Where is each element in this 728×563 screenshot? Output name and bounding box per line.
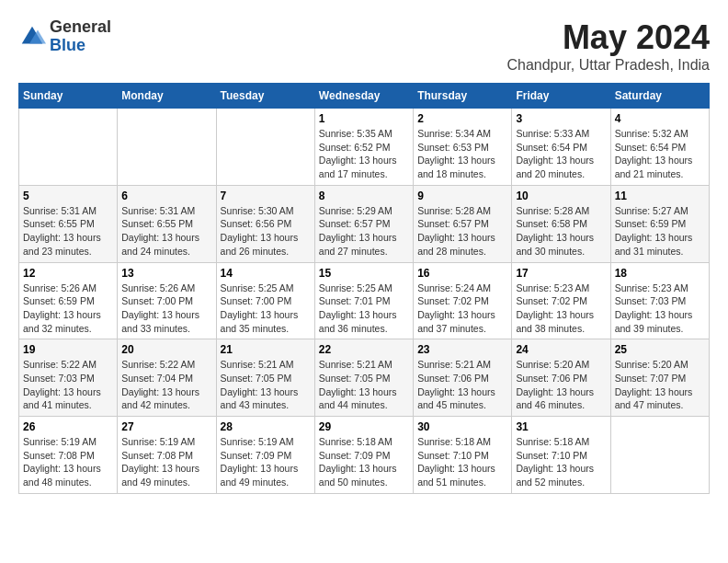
day-header-monday: Monday — [118, 84, 216, 109]
day-info: Sunrise: 5:18 AMSunset: 7:10 PMDaylight:… — [516, 435, 606, 489]
day-info: Sunrise: 5:20 AMSunset: 7:07 PMDaylight:… — [615, 358, 705, 412]
page-header: General Blue May 2024 Chandpur, Uttar Pr… — [18, 18, 710, 74]
logo-icon — [18, 23, 46, 51]
calendar-cell: 3Sunrise: 5:33 AMSunset: 6:54 PMDaylight… — [512, 109, 610, 186]
day-info: Sunrise: 5:19 AMSunset: 7:08 PMDaylight:… — [23, 435, 113, 489]
day-header-tuesday: Tuesday — [216, 84, 314, 109]
calendar-cell: 13Sunrise: 5:26 AMSunset: 7:00 PMDayligh… — [118, 262, 216, 339]
calendar-cell: 9Sunrise: 5:28 AMSunset: 6:57 PMDaylight… — [414, 185, 512, 262]
location-subtitle: Chandpur, Uttar Pradesh, India — [506, 57, 710, 74]
day-number: 14 — [221, 267, 311, 280]
day-info: Sunrise: 5:25 AMSunset: 7:01 PMDaylight:… — [319, 282, 409, 336]
calendar-cell: 16Sunrise: 5:24 AMSunset: 7:02 PMDayligh… — [414, 262, 512, 339]
calendar-cell: 21Sunrise: 5:21 AMSunset: 7:05 PMDayligh… — [216, 339, 314, 417]
day-info: Sunrise: 5:29 AMSunset: 6:57 PMDaylight:… — [319, 204, 409, 259]
calendar-header-row: SundayMondayTuesdayWednesdayThursdayFrid… — [19, 84, 710, 109]
day-number: 13 — [121, 267, 211, 280]
day-number: 3 — [516, 112, 606, 125]
logo-blue-text: Blue — [50, 37, 111, 55]
calendar-week-2: 5Sunrise: 5:31 AMSunset: 6:55 PMDaylight… — [19, 185, 710, 262]
day-number: 9 — [417, 190, 507, 202]
day-number: 12 — [23, 267, 113, 280]
calendar-cell: 30Sunrise: 5:18 AMSunset: 7:10 PMDayligh… — [414, 417, 512, 494]
day-info: Sunrise: 5:28 AMSunset: 6:58 PMDaylight:… — [516, 204, 606, 259]
day-number: 31 — [516, 420, 606, 433]
day-number: 27 — [121, 420, 211, 433]
calendar-cell: 25Sunrise: 5:20 AMSunset: 7:07 PMDayligh… — [610, 339, 709, 417]
day-number: 8 — [319, 190, 409, 202]
calendar-cell: 22Sunrise: 5:21 AMSunset: 7:05 PMDayligh… — [314, 339, 413, 417]
calendar-week-3: 12Sunrise: 5:26 AMSunset: 6:59 PMDayligh… — [19, 262, 710, 339]
calendar-cell: 26Sunrise: 5:19 AMSunset: 7:08 PMDayligh… — [19, 417, 118, 494]
day-info: Sunrise: 5:22 AMSunset: 7:03 PMDaylight:… — [23, 358, 113, 412]
day-info: Sunrise: 5:35 AMSunset: 6:52 PMDaylight:… — [319, 127, 409, 181]
day-info: Sunrise: 5:27 AMSunset: 6:59 PMDaylight:… — [615, 204, 705, 259]
calendar-cell: 1Sunrise: 5:35 AMSunset: 6:52 PMDaylight… — [314, 109, 413, 186]
calendar-cell: 11Sunrise: 5:27 AMSunset: 6:59 PMDayligh… — [610, 185, 709, 262]
day-info: Sunrise: 5:19 AMSunset: 7:08 PMDaylight:… — [121, 435, 211, 489]
day-info: Sunrise: 5:32 AMSunset: 6:54 PMDaylight:… — [615, 127, 705, 181]
day-header-friday: Friday — [512, 84, 610, 109]
day-number: 29 — [319, 420, 409, 433]
day-number: 2 — [417, 112, 507, 125]
calendar-cell: 20Sunrise: 5:22 AMSunset: 7:04 PMDayligh… — [118, 339, 216, 417]
calendar-cell: 29Sunrise: 5:18 AMSunset: 7:09 PMDayligh… — [314, 417, 413, 494]
day-number: 10 — [516, 190, 606, 202]
day-number: 28 — [221, 420, 311, 433]
day-number: 23 — [417, 343, 507, 356]
calendar-cell: 6Sunrise: 5:31 AMSunset: 6:55 PMDaylight… — [118, 185, 216, 262]
calendar-cell: 15Sunrise: 5:25 AMSunset: 7:01 PMDayligh… — [314, 262, 413, 339]
day-info: Sunrise: 5:23 AMSunset: 7:02 PMDaylight:… — [516, 282, 606, 336]
calendar-cell: 17Sunrise: 5:23 AMSunset: 7:02 PMDayligh… — [512, 262, 610, 339]
calendar-cell: 14Sunrise: 5:25 AMSunset: 7:00 PMDayligh… — [216, 262, 314, 339]
calendar-cell: 12Sunrise: 5:26 AMSunset: 6:59 PMDayligh… — [19, 262, 118, 339]
day-info: Sunrise: 5:21 AMSunset: 7:06 PMDaylight:… — [417, 358, 507, 412]
day-number: 15 — [319, 267, 409, 280]
calendar-table: SundayMondayTuesdayWednesdayThursdayFrid… — [18, 83, 710, 494]
day-info: Sunrise: 5:22 AMSunset: 7:04 PMDaylight:… — [121, 358, 211, 412]
day-number: 4 — [615, 112, 705, 125]
day-info: Sunrise: 5:26 AMSunset: 6:59 PMDaylight:… — [23, 282, 113, 336]
day-info: Sunrise: 5:34 AMSunset: 6:53 PMDaylight:… — [417, 127, 507, 181]
calendar-cell: 2Sunrise: 5:34 AMSunset: 6:53 PMDaylight… — [414, 109, 512, 186]
calendar-cell — [216, 109, 314, 186]
day-info: Sunrise: 5:31 AMSunset: 6:55 PMDaylight:… — [23, 204, 113, 259]
day-number: 17 — [516, 267, 606, 280]
day-info: Sunrise: 5:18 AMSunset: 7:10 PMDaylight:… — [417, 435, 507, 489]
calendar-cell: 19Sunrise: 5:22 AMSunset: 7:03 PMDayligh… — [19, 339, 118, 417]
day-header-sunday: Sunday — [19, 84, 118, 109]
calendar-cell: 18Sunrise: 5:23 AMSunset: 7:03 PMDayligh… — [610, 262, 709, 339]
calendar-cell: 24Sunrise: 5:20 AMSunset: 7:06 PMDayligh… — [512, 339, 610, 417]
month-title: May 2024 — [506, 18, 710, 57]
day-number: 24 — [516, 343, 606, 356]
day-info: Sunrise: 5:25 AMSunset: 7:00 PMDaylight:… — [221, 282, 311, 336]
day-header-wednesday: Wednesday — [314, 84, 413, 109]
day-info: Sunrise: 5:19 AMSunset: 7:09 PMDaylight:… — [221, 435, 311, 489]
calendar-week-1: 1Sunrise: 5:35 AMSunset: 6:52 PMDaylight… — [19, 109, 710, 186]
day-number: 20 — [121, 343, 211, 356]
calendar-cell: 7Sunrise: 5:30 AMSunset: 6:56 PMDaylight… — [216, 185, 314, 262]
day-header-thursday: Thursday — [414, 84, 512, 109]
day-header-saturday: Saturday — [610, 84, 709, 109]
title-block: May 2024 Chandpur, Uttar Pradesh, India — [506, 18, 710, 74]
day-number: 26 — [23, 420, 113, 433]
calendar-cell: 23Sunrise: 5:21 AMSunset: 7:06 PMDayligh… — [414, 339, 512, 417]
day-info: Sunrise: 5:20 AMSunset: 7:06 PMDaylight:… — [516, 358, 606, 412]
day-number: 7 — [221, 190, 311, 202]
day-number: 30 — [417, 420, 507, 433]
day-info: Sunrise: 5:26 AMSunset: 7:00 PMDaylight:… — [121, 282, 211, 336]
day-number: 5 — [23, 190, 113, 202]
day-number: 11 — [615, 190, 705, 202]
calendar-week-4: 19Sunrise: 5:22 AMSunset: 7:03 PMDayligh… — [19, 339, 710, 417]
day-number: 19 — [23, 343, 113, 356]
day-info: Sunrise: 5:31 AMSunset: 6:55 PMDaylight:… — [121, 204, 211, 259]
calendar-cell: 10Sunrise: 5:28 AMSunset: 6:58 PMDayligh… — [512, 185, 610, 262]
day-info: Sunrise: 5:18 AMSunset: 7:09 PMDaylight:… — [319, 435, 409, 489]
calendar-cell: 4Sunrise: 5:32 AMSunset: 6:54 PMDaylight… — [610, 109, 709, 186]
calendar-cell — [610, 417, 709, 494]
logo-general-text: General — [50, 18, 111, 37]
logo: General Blue — [18, 18, 111, 55]
calendar-cell: 8Sunrise: 5:29 AMSunset: 6:57 PMDaylight… — [314, 185, 413, 262]
calendar-cell: 5Sunrise: 5:31 AMSunset: 6:55 PMDaylight… — [19, 185, 118, 262]
day-number: 18 — [615, 267, 705, 280]
